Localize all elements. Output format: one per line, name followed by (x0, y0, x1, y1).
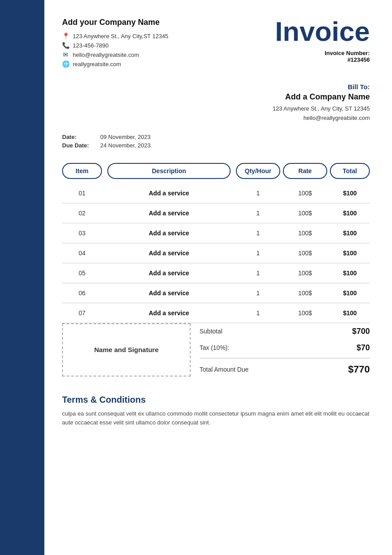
row-description: Add a service (107, 250, 231, 257)
signature-label: Name and Signature (94, 346, 158, 353)
row-qty: 1 (236, 270, 280, 277)
table-row: 06 Add a service 1 100$ $100 (62, 283, 370, 303)
terms-section: Terms & Conditions culpa ea sunt consequ… (62, 395, 370, 428)
bottom-section: Name and Signature Subtotal $700 Tax (10… (62, 323, 370, 379)
row-description: Add a service (107, 289, 231, 297)
date-label: Date: (62, 134, 93, 140)
row-item: 04 (62, 250, 102, 257)
row-item: 02 (62, 210, 102, 217)
globe-icon: 🌐 (62, 60, 69, 67)
company-email-line: ✉ hello@reallygreatsite.com (62, 51, 169, 58)
subtotal-label: Subtotal (200, 328, 222, 335)
row-rate: 100$ (283, 230, 327, 237)
table-header-row: Item Description Qty/Hour Rate Total (62, 163, 370, 179)
header-total: Total (330, 163, 370, 179)
total-divider (200, 358, 370, 358)
tax-value: $70 (357, 343, 370, 353)
header-item: Item (62, 163, 102, 179)
tax-line: Tax (10%): $70 (200, 340, 370, 356)
location-icon: 📍 (62, 32, 69, 40)
row-total: $100 (330, 190, 370, 197)
row-rate: 100$ (283, 309, 327, 317)
total-amount-label: Total Amount Due (200, 366, 249, 373)
due-date-label: Due Date: (62, 142, 93, 149)
subtotal-line: Subtotal $700 (200, 323, 370, 340)
row-total: $100 (330, 250, 370, 257)
row-description: Add a service (107, 210, 231, 217)
invoice-number-label: Invoice Number: (275, 50, 370, 56)
company-address-line: 📍 123 Anywhere St., Any City,ST 12345 (62, 32, 169, 40)
company-name: Add your Company Name (62, 18, 169, 27)
bill-to-company: Add a Company Name (62, 92, 370, 102)
invoice-page: Add your Company Name 📍 123 Anywhere St.… (0, 0, 392, 555)
row-description: Add a service (107, 230, 231, 237)
table-row: 02 Add a service 1 100$ $100 (62, 203, 370, 223)
row-item: 03 (62, 230, 102, 237)
invoice-number-value: #123456 (275, 56, 370, 63)
terms-text: culpa ea sunt consequat velit ex ullamco… (62, 409, 370, 428)
due-date-value: 24 November, 2023 (100, 142, 150, 149)
table-row: 03 Add a service 1 100$ $100 (62, 223, 370, 243)
header-qty: Qty/Hour (236, 163, 280, 179)
table-rows-container: 01 Add a service 1 100$ $100 02 Add a se… (62, 183, 370, 323)
totals-block: Subtotal $700 Tax (10%): $70 Total Amoun… (200, 323, 370, 379)
row-item: 07 (62, 309, 102, 317)
table-row: 01 Add a service 1 100$ $100 (62, 183, 370, 203)
row-rate: 100$ (283, 270, 327, 277)
total-amount-line: Total Amount Due $770 (200, 360, 370, 379)
row-description: Add a service (107, 309, 231, 317)
row-qty: 1 (236, 250, 280, 257)
dates-block: Date: 09 November, 2023 Due Date: 24 Nov… (62, 134, 150, 151)
table-row: 04 Add a service 1 100$ $100 (62, 243, 370, 263)
tax-label: Tax (10%): (200, 344, 229, 351)
email-icon: ✉ (62, 51, 69, 58)
company-phone-line: 📞 123-456-7890 (62, 42, 169, 49)
company-info: Add your Company Name 📍 123 Anywhere St.… (62, 18, 169, 70)
bill-to-section: Bill To: Add a Company Name 123 Anywhere… (62, 83, 370, 123)
due-date-line: Due Date: 24 November, 2023 (62, 142, 150, 149)
row-rate: 100$ (283, 190, 327, 197)
company-address: 123 Anywhere St., Any City,ST 12345 (73, 33, 169, 40)
row-rate: 100$ (283, 250, 327, 257)
row-total: $100 (330, 230, 370, 237)
row-qty: 1 (236, 309, 280, 317)
sidebar (0, 0, 44, 555)
phone-icon: 📞 (62, 42, 69, 49)
company-website-line: 🌐 reallygreatsite.com (62, 60, 169, 67)
row-item: 06 (62, 289, 102, 297)
row-rate: 100$ (283, 210, 327, 217)
dates-row: Date: 09 November, 2023 Due Date: 24 Nov… (62, 134, 370, 151)
total-amount-value: $770 (348, 364, 370, 375)
row-total: $100 (330, 210, 370, 217)
company-website: reallygreatsite.com (73, 61, 121, 67)
row-item: 05 (62, 270, 102, 277)
content-area: Add your Company Name 📍 123 Anywhere St.… (44, 0, 392, 555)
row-total: $100 (330, 270, 370, 277)
invoice-title-block: Invoice Invoice Number: #123456 (275, 18, 370, 63)
row-rate: 100$ (283, 289, 327, 297)
signature-box: Name and Signature (62, 323, 191, 377)
row-item: 01 (62, 190, 102, 197)
date-line: Date: 09 November, 2023 (62, 134, 150, 140)
table-row: 07 Add a service 1 100$ $100 (62, 303, 370, 323)
bill-to-street: 123 Anywhere St., Any City, ST 12345 (62, 104, 370, 114)
company-phone: 123-456-7890 (73, 42, 109, 49)
table-row: 05 Add a service 1 100$ $100 (62, 263, 370, 283)
bill-to-email: hello@reallygreatsite.com (62, 114, 370, 123)
row-total: $100 (330, 309, 370, 317)
row-qty: 1 (236, 289, 280, 297)
terms-title: Terms & Conditions (62, 395, 370, 405)
header: Add your Company Name 📍 123 Anywhere St.… (62, 18, 370, 70)
invoice-title: Invoice (275, 18, 370, 45)
row-description: Add a service (107, 270, 231, 277)
company-email: hello@reallygreatsite.com (73, 52, 139, 58)
subtotal-value: $700 (352, 327, 370, 336)
bill-to-label: Bill To: (62, 83, 370, 91)
header-description: Description (107, 163, 231, 179)
row-qty: 1 (236, 190, 280, 197)
row-qty: 1 (236, 210, 280, 217)
bill-to-address: 123 Anywhere St., Any City, ST 12345 hel… (62, 104, 370, 123)
date-value: 09 November, 2023 (100, 134, 150, 140)
row-description: Add a service (107, 190, 231, 197)
header-rate: Rate (283, 163, 327, 179)
